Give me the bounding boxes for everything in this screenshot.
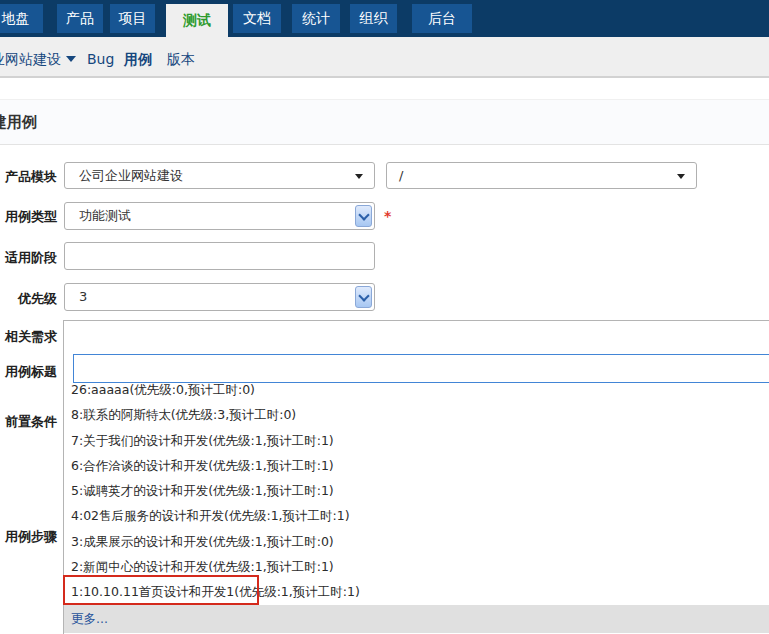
tab-dipan[interactable]: 地盘 xyxy=(0,4,43,33)
requirement-option[interactable]: 2:新闻中心的设计和开发(优先级:1,预计工时:1) xyxy=(64,554,769,579)
requirement-option[interactable]: 7:关于我们的设计和开发(优先级:1,预计工时:1) xyxy=(64,428,769,453)
test-toolbar: 业网站建设 Bug 用例 版本 xyxy=(0,37,769,78)
requirement-option[interactable]: 6:合作洽谈的设计和开发(优先级:1,预计工时:1) xyxy=(64,453,769,478)
top-navigation: 地盘 产品 项目 测试 文档 统计 组织 后台 xyxy=(0,0,769,37)
chevron-down-icon xyxy=(66,56,76,62)
page-title: 建用例 xyxy=(0,113,37,132)
label-requirement: 相关需求 xyxy=(0,328,57,346)
tab-admin[interactable]: 后台 xyxy=(412,4,472,33)
requirement-option[interactable]: 5:诚聘英才的设计和开发(优先级:1,预计工时:1) xyxy=(64,478,769,503)
requirement-combobox[interactable] xyxy=(63,320,769,350)
product-switcher[interactable]: 业网站建设 xyxy=(0,51,76,69)
tab-product[interactable]: 产品 xyxy=(57,4,103,33)
required-asterisk: * xyxy=(384,208,391,224)
module-path-select[interactable]: / xyxy=(386,162,697,189)
toolbar-item-case[interactable]: 用例 xyxy=(124,51,152,69)
requirement-search-input[interactable] xyxy=(73,354,769,383)
priority-value: 3 xyxy=(79,289,87,304)
product-switcher-label: 业网站建设 xyxy=(0,51,61,67)
requirement-option[interactable]: 4:02售后服务的设计和开发(优先级:1,预计工时:1) xyxy=(64,503,769,528)
requirement-option-list: 26:aaaaa(优先级:0,预计工时:0) 8:联系的阿斯特太(优先级:3,预… xyxy=(64,377,769,633)
label-case-steps: 用例步骤 xyxy=(0,528,57,546)
case-type-select[interactable]: 功能测试 xyxy=(64,202,375,230)
label-product-module: 产品模块 xyxy=(0,168,57,186)
select-arrow-button-icon[interactable] xyxy=(355,286,372,308)
page-header: 建用例 xyxy=(0,99,769,145)
label-priority: 优先级 xyxy=(0,290,57,308)
tab-doc[interactable]: 文档 xyxy=(233,4,281,33)
stage-input[interactable] xyxy=(64,242,375,270)
case-type-value: 功能测试 xyxy=(79,208,131,223)
requirement-option[interactable]: 1:10.10.11首页设计和开发1(优先级:1,预计工时:1) xyxy=(64,579,769,604)
select-arrow-button-icon[interactable] xyxy=(355,205,372,227)
product-module-select[interactable]: 公司企业网站建设 xyxy=(64,162,375,189)
product-module-value: 公司企业网站建设 xyxy=(79,168,183,183)
label-case-type: 用例类型 xyxy=(0,208,57,226)
tab-org[interactable]: 组织 xyxy=(350,4,397,33)
tab-project[interactable]: 项目 xyxy=(110,4,155,33)
toolbar-item-bug[interactable]: Bug xyxy=(87,51,114,67)
label-case-title: 用例标题 xyxy=(0,363,57,381)
label-stage: 适用阶段 xyxy=(0,249,57,267)
priority-select[interactable]: 3 xyxy=(64,283,375,311)
module-path-value: / xyxy=(399,168,403,183)
dropdown-caret-icon xyxy=(355,174,363,179)
toolbar-item-version[interactable]: 版本 xyxy=(167,51,195,69)
label-precondition: 前置条件 xyxy=(0,413,57,431)
requirement-option[interactable]: 3:成果展示的设计和开发(优先级:1,预计工时:0) xyxy=(64,529,769,554)
tab-test[interactable]: 测试 xyxy=(166,4,228,37)
tab-stats[interactable]: 统计 xyxy=(292,4,340,33)
dropdown-caret-icon xyxy=(677,174,685,179)
requirement-dropdown-panel: 26:aaaaa(优先级:0,预计工时:0) 8:联系的阿斯特太(优先级:3,预… xyxy=(63,350,769,634)
requirement-option[interactable]: 8:联系的阿斯特太(优先级:3,预计工时:0) xyxy=(64,402,769,427)
requirement-more-option[interactable]: 更多... xyxy=(64,605,769,633)
app-window: 地盘 产品 项目 测试 文档 统计 组织 后台 业网站建设 Bug 用例 版本 … xyxy=(0,0,769,634)
